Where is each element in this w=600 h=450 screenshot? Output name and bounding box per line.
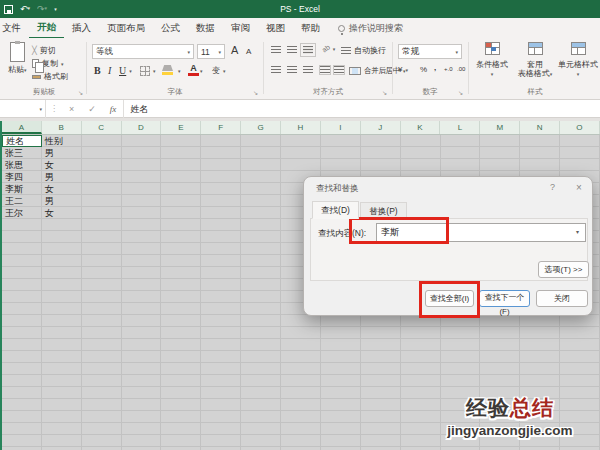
- number-dialog-launcher[interactable]: ↘: [458, 89, 463, 96]
- tab-page-layout[interactable]: 页面布局: [99, 18, 153, 38]
- column-header-b[interactable]: B: [42, 121, 82, 134]
- italic-button[interactable]: I: [108, 65, 111, 76]
- fill-color-button[interactable]: [162, 65, 173, 75]
- wrap-text-icon: [341, 47, 351, 55]
- find-input-dropdown-icon[interactable]: ▾: [576, 228, 579, 235]
- align-left-button[interactable]: [271, 66, 281, 74]
- phonetic-guide-button[interactable]: 变▾: [212, 65, 226, 76]
- formula-bar-value[interactable]: 姓名: [123, 100, 600, 118]
- merge-center-button[interactable]: 合并后居中 ▾: [349, 66, 405, 76]
- find-next-button[interactable]: 查找下一个(F): [479, 290, 530, 307]
- column-header-o[interactable]: O: [560, 121, 600, 134]
- cell-a3[interactable]: 张思: [2, 159, 42, 171]
- tab-view[interactable]: 视图: [258, 18, 293, 38]
- number-format-combobox[interactable]: 常规 ▾: [398, 44, 462, 59]
- tab-file[interactable]: 文件: [0, 18, 29, 38]
- decrease-decimal-button[interactable]: .00: [457, 66, 465, 72]
- column-header-a[interactable]: A: [2, 121, 42, 134]
- percent-style-button[interactable]: %: [420, 65, 427, 74]
- font-size-combobox[interactable]: 11 ▾: [197, 44, 225, 59]
- cut-button[interactable]: ╳ 剪切: [32, 45, 56, 56]
- shrink-font-button[interactable]: A: [246, 47, 251, 56]
- column-header-d[interactable]: D: [122, 121, 162, 134]
- font-color-caret[interactable]: ▾: [200, 68, 203, 74]
- font-color-button[interactable]: A: [188, 63, 199, 76]
- column-header-j[interactable]: J: [361, 121, 401, 134]
- format-painter-button[interactable]: 格式刷: [32, 71, 68, 82]
- align-top-button[interactable]: [271, 46, 281, 54]
- annotation-box-find-all: [419, 281, 480, 318]
- cell-b1[interactable]: 性别: [42, 135, 82, 147]
- font-dialog-launcher[interactable]: ↘: [253, 89, 258, 96]
- name-box[interactable]: ▾: [0, 100, 46, 118]
- column-headers: A B C D E F G H I J K L M N O: [2, 121, 600, 135]
- increase-decimal-button[interactable]: +.0: [444, 66, 453, 72]
- cell-a7[interactable]: 王尔: [2, 207, 42, 219]
- enter-icon[interactable]: ✓: [81, 104, 103, 114]
- cell-a6[interactable]: 王二: [2, 195, 42, 207]
- align-center-button[interactable]: [287, 66, 297, 74]
- tab-find[interactable]: 查找(D): [312, 201, 359, 219]
- align-bottom-button[interactable]: [303, 46, 313, 54]
- conditional-formatting-button[interactable]: 条件格式▾: [470, 42, 514, 79]
- column-header-l[interactable]: L: [440, 121, 480, 134]
- column-header-e[interactable]: E: [161, 121, 201, 134]
- tab-formulas[interactable]: 公式: [153, 18, 188, 38]
- merge-center-icon: [349, 67, 361, 75]
- paste-button[interactable]: 粘贴▾: [8, 42, 27, 75]
- cell-b5[interactable]: 女: [42, 183, 82, 195]
- cell-a5[interactable]: 李斯: [2, 183, 42, 195]
- bold-button[interactable]: B: [94, 65, 101, 76]
- tab-data[interactable]: 数据: [188, 18, 223, 38]
- tab-insert[interactable]: 插入: [64, 18, 99, 38]
- cell-a4[interactable]: 李四: [2, 171, 42, 183]
- tell-me-search[interactable]: 操作说明搜索: [338, 22, 403, 35]
- close-button[interactable]: 关闭: [536, 290, 588, 307]
- cell-b7[interactable]: 女: [42, 207, 82, 219]
- format-as-table-button[interactable]: 套用表格格式▾: [514, 42, 556, 79]
- cell-a2[interactable]: 张三: [2, 147, 42, 159]
- dialog-close-icon[interactable]: ×: [576, 182, 582, 193]
- column-header-c[interactable]: C: [82, 121, 122, 134]
- tab-review[interactable]: 审阅: [223, 18, 258, 38]
- column-header-m[interactable]: M: [480, 121, 520, 134]
- underline-button[interactable]: U▾: [119, 65, 132, 76]
- options-button[interactable]: 选项(T) >>: [538, 261, 589, 278]
- align-top-icon: [271, 46, 281, 54]
- clipboard-dialog-launcher[interactable]: ↘: [78, 89, 83, 96]
- borders-button[interactable]: ▾: [140, 66, 156, 76]
- cell-b2[interactable]: 男: [42, 147, 82, 159]
- cell-styles-button[interactable]: 单元格样式▾: [556, 42, 600, 79]
- column-header-h[interactable]: H: [281, 121, 321, 134]
- column-header-k[interactable]: K: [401, 121, 441, 134]
- column-header-n[interactable]: N: [520, 121, 560, 134]
- copy-button[interactable]: 复制 ▾: [32, 58, 64, 69]
- format-as-table-label2: 表格格式: [518, 69, 550, 78]
- cell-b4[interactable]: 男: [42, 171, 82, 183]
- cell-b6[interactable]: 男: [42, 195, 82, 207]
- cancel-icon[interactable]: ×: [62, 104, 81, 114]
- format-painter-label: 格式刷: [44, 71, 68, 82]
- accounting-format-button[interactable]: ¥▾: [398, 65, 408, 74]
- wrap-text-button[interactable]: 自动换行: [341, 45, 386, 56]
- insert-function-icon[interactable]: fx: [103, 104, 124, 114]
- font-name-combobox[interactable]: 等线 ▾: [92, 44, 194, 59]
- grow-font-button[interactable]: A: [231, 44, 238, 56]
- cell-a1[interactable]: 姓名: [2, 135, 42, 147]
- column-header-g[interactable]: G: [241, 121, 281, 134]
- font-color-icon: A: [190, 63, 197, 73]
- align-right-button[interactable]: [303, 66, 313, 74]
- align-middle-button[interactable]: [287, 46, 297, 54]
- orientation-button[interactable]: ab▾: [322, 45, 335, 52]
- cell-b3[interactable]: 女: [42, 159, 82, 171]
- fill-color-caret[interactable]: ▾: [178, 68, 181, 74]
- tab-home[interactable]: 开始: [29, 17, 64, 39]
- dialog-help-icon[interactable]: ?: [550, 182, 555, 192]
- comma-style-button[interactable]: ,: [434, 63, 436, 72]
- column-header-f[interactable]: F: [201, 121, 241, 134]
- alignment-dialog-launcher[interactable]: ↘: [382, 89, 387, 96]
- increase-indent-button[interactable]: [334, 66, 344, 74]
- column-header-i[interactable]: I: [321, 121, 361, 134]
- decrease-indent-button[interactable]: [320, 66, 330, 74]
- tab-help[interactable]: 帮助: [293, 18, 328, 38]
